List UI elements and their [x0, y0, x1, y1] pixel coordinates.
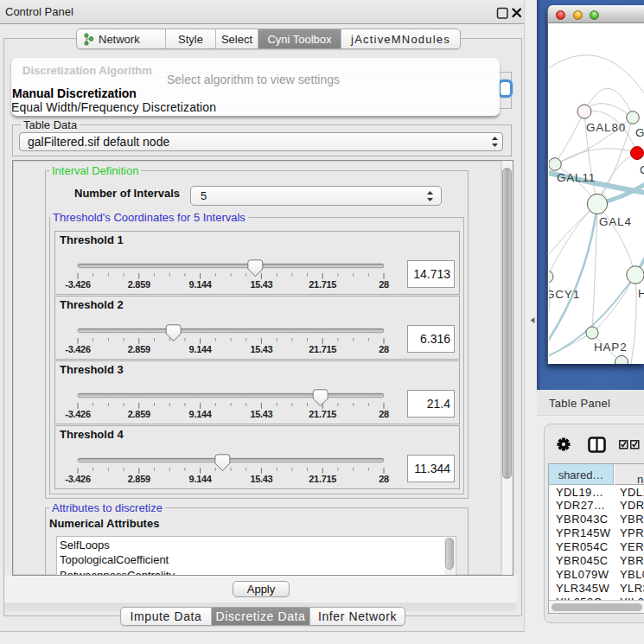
svg-text:H: H [638, 287, 644, 300]
svg-text:HAP2: HAP2 [594, 341, 627, 354]
svg-text:GAL4: GAL4 [599, 215, 632, 228]
svg-text:GCY1: GCY1 [549, 288, 580, 301]
svg-text:GAL11: GAL11 [557, 171, 596, 184]
svg-text:C: C [640, 163, 644, 176]
svg-text:GAL80: GAL80 [586, 121, 626, 134]
svg-text:G: G [635, 126, 644, 139]
